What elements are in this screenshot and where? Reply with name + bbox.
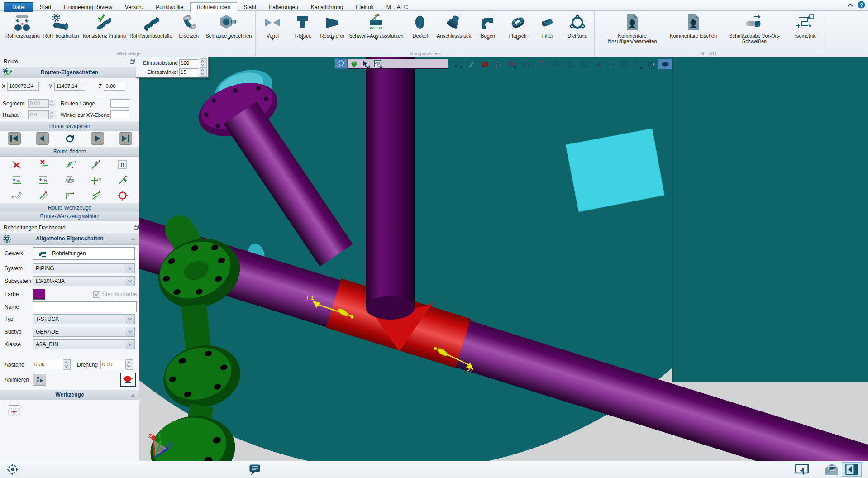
nav-next-button[interactable] (91, 132, 104, 145)
orbit-button[interactable] (604, 59, 618, 69)
nav-refresh-button[interactable] (64, 133, 76, 144)
valve-mode-button[interactable] (658, 59, 672, 69)
draw-pen-button[interactable] (464, 59, 478, 69)
ribbon-dichtung-button[interactable]: Dichtung (563, 11, 592, 38)
box-select-button[interactable] (491, 59, 505, 69)
square-corner-button[interactable] (63, 189, 76, 202)
segment-query-button[interactable]: n? (10, 189, 23, 202)
ribbon-t-stück-button[interactable]: T-Stück (287, 11, 317, 42)
menu-tab-rohrleitungen[interactable]: Rohrleitungen (190, 2, 238, 13)
any-filter-button[interactable]: ANY (372, 59, 384, 68)
ribbon-deckel-button[interactable]: Deckel (405, 11, 435, 38)
navigator-icon[interactable] (6, 463, 19, 476)
zoom-window-button[interactable] (550, 59, 563, 69)
pick-point-button[interactable] (536, 59, 550, 69)
ribbon-kommentare-hinzufügen-bearbeiten-button[interactable]: Kommentare hinzufügen/bearbeiten (596, 11, 668, 44)
ribbon-rohrleitungsgefälle-button[interactable]: Rohrleitungsgefälle (128, 11, 174, 38)
component-torus-button[interactable] (478, 59, 491, 69)
segment-input[interactable]: 0.00 (28, 99, 49, 108)
tools-section-header[interactable]: Werkzeuge (0, 389, 139, 400)
collapse-section-icon[interactable] (130, 237, 136, 241)
menu-tab-m-aec[interactable]: M + AEC (380, 3, 415, 12)
insert-point-button[interactable] (116, 174, 129, 186)
menu-tab-halterungen[interactable]: Halterungen (262, 3, 305, 12)
draw-pencil-button[interactable] (451, 59, 464, 69)
menu-tab-engineering-review[interactable]: Engineering Review (57, 3, 119, 12)
radius-spinner[interactable] (49, 110, 56, 120)
segments-half-button[interactable]: ½ (37, 174, 50, 186)
ribbon-reduzierer-button[interactable]: Reduzierer (317, 11, 347, 42)
mail-icon[interactable] (825, 463, 839, 476)
z-input[interactable]: 0.00 (104, 82, 125, 91)
dropdown-arrow-icon[interactable] (331, 38, 334, 42)
system-select[interactable]: PIPING (33, 263, 135, 273)
zoom-in-button[interactable] (563, 59, 577, 69)
vessel-body[interactable] (673, 57, 868, 382)
menu-tab-datei[interactable]: Datei (4, 2, 33, 12)
ribbon-schnittzugabe-vor-ort-schweißen-button[interactable]: Schnittzugabe Vor-Ort-Schweißen (719, 11, 790, 44)
copy-route-button[interactable]: COPY (63, 158, 76, 171)
help-icon[interactable]: ? (858, 1, 865, 9)
pipe-detail-button[interactable]: 16+ (645, 59, 658, 69)
collapse-ribbon-icon[interactable] (847, 2, 854, 8)
float-panel-icon[interactable] (129, 58, 135, 64)
pan-hand-button[interactable] (591, 59, 604, 69)
ribbon-schweiß-auslassstutzen-button[interactable]: WELDSchweiß-Auslassstutzen (347, 11, 405, 42)
snap-distance-input[interactable] (179, 59, 198, 67)
vertical-purple-pipe[interactable] (366, 57, 415, 309)
klasse-select[interactable]: A3A_DIN (33, 339, 135, 349)
axis-view-button[interactable]: YX (631, 59, 645, 69)
snap-angle-input[interactable] (179, 68, 198, 76)
snap-angle-spinner[interactable] (200, 67, 207, 77)
connection-tool-icon[interactable] (6, 404, 22, 417)
pan-hand-green-button[interactable] (347, 59, 359, 68)
select-cursor-button[interactable] (359, 59, 372, 68)
abstand-input[interactable]: 0.00 (33, 360, 63, 369)
pump-component-button[interactable] (120, 373, 136, 387)
animate-button[interactable] (33, 374, 46, 386)
dropdown-arrow-icon[interactable] (486, 38, 490, 42)
dropdown-arrow-icon[interactable] (516, 38, 520, 42)
drehung-spinner[interactable] (126, 359, 133, 370)
snap-target-button[interactable] (116, 189, 129, 202)
menu-tab-punktwolke[interactable]: Punktwolke (149, 3, 190, 12)
subtyp-select[interactable]: GERADE (33, 327, 135, 337)
zoom-out-button[interactable] (577, 59, 591, 69)
chat-icon[interactable] (248, 463, 262, 477)
route-tool-select-header[interactable]: Route-Werkzeug wählen (0, 212, 139, 221)
gewerk-field[interactable]: Rohrleitungen (33, 247, 135, 260)
standard-color-checkbox[interactable] (93, 291, 100, 298)
dropdown-arrow-icon[interactable] (227, 38, 230, 42)
y-input[interactable]: 11497.14 (54, 82, 85, 91)
nav-last-button[interactable] (119, 132, 132, 145)
collapse-tools-icon[interactable] (130, 393, 136, 397)
name-input[interactable] (33, 301, 137, 312)
typ-select[interactable]: T-STÜCK (33, 314, 135, 324)
ribbon-schraube-berechnen-button[interactable]: Schraube berechnen (204, 11, 253, 42)
delete-corner-button[interactable] (37, 158, 50, 171)
dropdown-arrow-icon[interactable] (375, 38, 378, 42)
ribbon-bogen-button[interactable]: Bogen (473, 11, 503, 42)
ribbon-rohr-bearbeiten-button[interactable]: Rohr bearbeiten (42, 11, 81, 38)
dropdown-arrow-icon[interactable] (301, 38, 304, 42)
touch-screen-icon[interactable] (795, 463, 809, 476)
menu-tab-versch[interactable]: Versch. (119, 3, 149, 12)
auto-route-button[interactable]: AUTO (63, 174, 76, 186)
move-parallel-button[interactable] (37, 189, 50, 202)
dropdown-arrow-icon[interactable] (271, 38, 274, 42)
ribbon-filter-button[interactable]: Filter (533, 11, 563, 38)
drehung-input[interactable]: 0.00 (100, 360, 126, 369)
ribbon-konsistenz-prüfung-button[interactable]: Konsistenz Prüfung (81, 11, 128, 38)
ribbon-flansch-button[interactable]: Flansch (503, 11, 533, 42)
rotate-view-button[interactable] (618, 59, 631, 69)
delete-route-button[interactable] (10, 158, 23, 171)
collapse-panel-icon[interactable] (842, 462, 862, 477)
float-dashboard-icon[interactable] (134, 225, 139, 230)
nav-previous-button[interactable] (36, 132, 49, 145)
menu-tab-kanalfuehrung[interactable]: Kanalführung (305, 3, 349, 12)
undo-button[interactable] (519, 59, 532, 69)
menu-tab-stahl[interactable]: Stahl (237, 3, 262, 12)
ribbon-rohrerzeugung-button[interactable]: Rohrerzeugung (4, 11, 42, 38)
move-point-button[interactable] (90, 158, 102, 171)
segments-double-button[interactable]: ×2 (10, 174, 23, 186)
